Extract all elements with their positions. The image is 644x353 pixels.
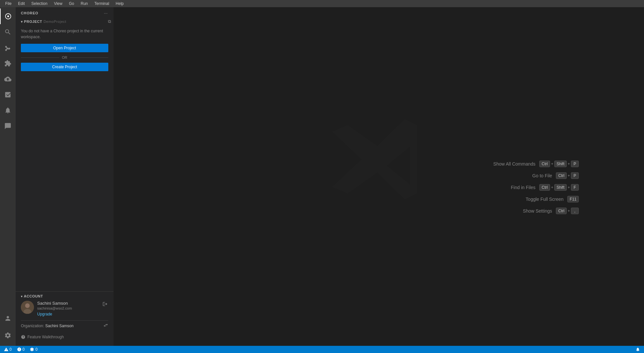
main-layout: CHOREO ··· ▾ PROJECT DemoProject ⧉ You d… (0, 7, 644, 346)
activity-extensions[interactable] (0, 56, 16, 71)
activity-alerts[interactable] (0, 103, 16, 118)
key-comma: , (571, 207, 579, 214)
org-name: Sachini Samson (45, 324, 74, 328)
shortcut-keys-2: Ctrl + Shift + F (539, 184, 579, 190)
project-section-header[interactable]: ▾ PROJECT DemoProject ⧉ (16, 18, 114, 25)
activity-deploy[interactable] (0, 71, 16, 87)
menu-help[interactable]: Help (113, 1, 127, 7)
account-title: ACCOUNT (24, 294, 43, 298)
menu-selection[interactable]: Selection (29, 1, 50, 7)
key-plus-2: + (568, 161, 570, 166)
feature-walkthrough[interactable]: Feature Walkthrough (21, 333, 108, 341)
activity-settings[interactable] (0, 328, 16, 343)
menu-bar: File Edit Selection View Go Run Terminal… (0, 0, 644, 7)
activity-bar (0, 7, 16, 346)
shortcut-row-0: Show All Commands Ctrl + Shift + P (493, 160, 579, 167)
activity-source-control[interactable] (0, 40, 16, 56)
key-plus-3: + (568, 173, 570, 178)
sidebar: CHOREO ··· ▾ PROJECT DemoProject ⧉ You d… (16, 7, 114, 346)
shortcut-row-2: Find in Files Ctrl + Shift + F (493, 184, 579, 190)
vscode-logo (327, 113, 431, 219)
menu-terminal[interactable]: Terminal (92, 1, 112, 7)
account-header-left: ▾ ACCOUNT (21, 294, 43, 298)
key-p: P (571, 160, 579, 167)
key-ctrl: Ctrl (539, 160, 550, 167)
status-warnings[interactable]: 0 (16, 347, 26, 352)
account-header: ▾ ACCOUNT (21, 294, 108, 298)
shortcut-label-3: Toggle Full Screen (526, 196, 563, 201)
shortcuts-panel: Show All Commands Ctrl + Shift + P Go to… (493, 160, 579, 214)
feature-walkthrough-label: Feature Walkthrough (27, 335, 64, 339)
shortcut-keys-4: Ctrl + , (556, 207, 579, 214)
open-project-button[interactable]: Open Project (21, 44, 108, 52)
key-plus-6: + (568, 208, 570, 213)
avatar-image (21, 301, 34, 314)
key-plus: + (551, 161, 553, 166)
account-signout-icon[interactable] (102, 301, 108, 308)
project-section: You do not have a Choreo project in the … (16, 25, 114, 76)
status-info-count: 0 (35, 347, 38, 352)
account-info: Sachini Samson sachinisa@wso2.com Upgrad… (21, 301, 108, 316)
activity-choreo[interactable] (0, 8, 16, 24)
project-section-left: ▾ PROJECT DemoProject (21, 20, 66, 24)
create-project-button[interactable]: Create Project (21, 63, 108, 71)
org-row: Organization: Sachini Samson (21, 320, 108, 331)
account-details: Sachini Samson sachinisa@wso2.com Upgrad… (37, 301, 99, 316)
shortcut-keys-3: F11 (567, 196, 579, 202)
status-errors[interactable]: 0 (3, 347, 13, 352)
upgrade-link[interactable]: Upgrade (37, 312, 52, 316)
key-f: F (571, 184, 579, 190)
shortcut-label-4: Show Settings (523, 208, 552, 213)
project-name: DemoProject (43, 20, 66, 24)
status-bar: 0 0 0 (0, 346, 644, 353)
activity-chat[interactable] (0, 118, 16, 134)
account-chevron-icon: ▾ (21, 295, 23, 298)
project-chevron-icon: ▾ (21, 20, 23, 24)
project-message: You do not have a Choreo project in the … (21, 28, 108, 40)
editor-area: Show All Commands Ctrl + Shift + P Go to… (114, 7, 644, 346)
account-section: ▾ ACCOUNT Sachini Samso (16, 291, 114, 346)
avatar (21, 301, 34, 314)
status-right (634, 347, 641, 352)
svg-point-0 (7, 15, 9, 17)
project-label: PROJECT (24, 20, 42, 24)
status-info[interactable]: 0 (28, 347, 39, 352)
activity-search[interactable] (0, 24, 16, 40)
key-ctrl-2: Ctrl (539, 184, 550, 190)
sidebar-spacer (16, 76, 114, 291)
shortcut-label-0: Show All Commands (493, 161, 535, 166)
shortcut-row-4: Show Settings Ctrl + , (493, 207, 579, 214)
or-text: OR (62, 56, 68, 59)
project-external-link-icon[interactable]: ⧉ (108, 19, 111, 24)
activity-monitor[interactable] (0, 87, 16, 103)
menu-view[interactable]: View (51, 1, 65, 7)
svg-point-2 (25, 303, 30, 308)
key-ctrl-1: Ctrl (556, 172, 567, 179)
key-p-1: P (571, 172, 579, 179)
key-plus-5: + (568, 185, 570, 189)
sidebar-more-icon[interactable]: ··· (103, 10, 108, 16)
or-divider: OR (21, 56, 108, 59)
status-bell[interactable] (634, 347, 641, 352)
project-section-right: ⧉ (108, 19, 111, 24)
menu-go[interactable]: Go (66, 1, 77, 7)
sidebar-title: CHOREO (21, 11, 38, 15)
account-name: Sachini Samson (37, 301, 99, 306)
key-f11: F11 (567, 196, 579, 202)
key-shift-2: Shift (554, 184, 567, 190)
org-switch-icon[interactable] (103, 323, 108, 329)
activity-account[interactable] (0, 311, 16, 326)
status-left: 0 0 0 (3, 347, 39, 352)
shortcut-row-1: Go to File Ctrl + P (493, 172, 579, 179)
or-line-right (70, 57, 108, 58)
menu-edit[interactable]: Edit (15, 1, 27, 7)
shortcut-keys-1: Ctrl + P (556, 172, 579, 179)
status-warning-count: 0 (23, 347, 25, 352)
shortcut-label-1: Go to File (532, 173, 552, 178)
menu-run[interactable]: Run (78, 1, 90, 7)
activity-bottom (0, 311, 16, 346)
menu-file[interactable]: File (3, 1, 14, 7)
sidebar-header-icons: ··· (103, 10, 108, 16)
shortcut-label-2: Find in Files (511, 185, 535, 190)
key-plus-4: + (551, 185, 553, 189)
